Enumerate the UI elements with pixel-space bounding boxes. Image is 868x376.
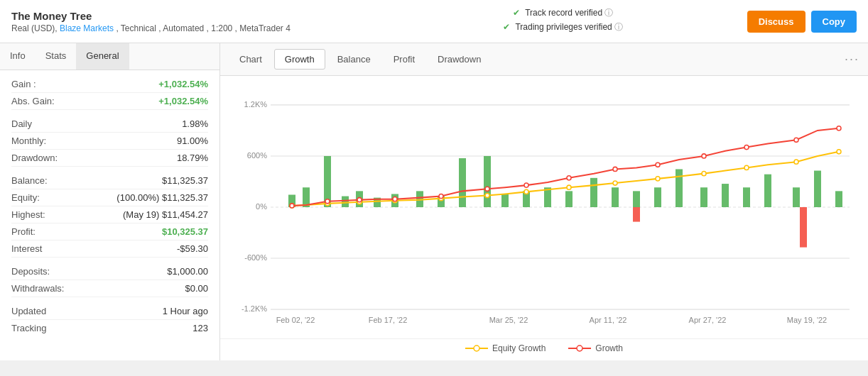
svg-point-58 — [837, 150, 841, 154]
svg-rect-39 — [764, 175, 771, 207]
stat-withdrawals: Withdrawals: $0.00 — [11, 280, 208, 297]
svg-rect-36 — [700, 187, 707, 207]
chart-legend: Equity Growth Growth — [220, 338, 868, 360]
discuss-button[interactable]: Discuss — [747, 11, 805, 33]
stat-tracking: Tracking 123 — [11, 320, 208, 336]
stats-table: Gain : +1,032.54% Abs. Gain: +1,032.54% … — [0, 70, 219, 342]
check-icon-1: ✔ — [513, 8, 520, 18]
svg-point-65 — [524, 183, 528, 187]
app-title: The Money Tree — [11, 10, 379, 22]
check-icon-2: ✔ — [503, 22, 510, 32]
svg-point-51 — [524, 189, 528, 194]
svg-point-71 — [794, 138, 798, 142]
svg-rect-37 — [722, 184, 729, 207]
svg-point-59 — [290, 204, 294, 208]
svg-text:Apr 11, '22: Apr 11, '22 — [590, 316, 627, 324]
svg-point-55 — [702, 172, 706, 176]
track-record-verified: ✔ Track record verified ⓘ — [379, 7, 747, 19]
svg-text:Feb 02, '22: Feb 02, '22 — [276, 316, 315, 324]
stat-highest: Highest: (May 19) $11,454.27 — [11, 206, 208, 223]
svg-point-67 — [613, 167, 617, 171]
svg-point-60 — [325, 199, 330, 204]
left-panel: Info Stats General Gain : +1,032.54% Abs… — [0, 43, 220, 360]
svg-point-50 — [485, 193, 489, 197]
header-left: The Money Tree Real (USD), Blaze Markets… — [11, 10, 379, 33]
stat-deposits: Deposits: $1,000.00 — [11, 263, 208, 280]
svg-rect-27 — [501, 194, 509, 207]
svg-point-74 — [474, 345, 479, 351]
main-content: Info Stats General Gain : +1,032.54% Abs… — [0, 43, 868, 360]
chart-more-button[interactable]: ··· — [845, 52, 859, 67]
svg-point-61 — [357, 198, 362, 202]
broker-link[interactable]: Blaze Markets — [60, 23, 114, 33]
svg-text:1.2K%: 1.2K% — [244, 100, 267, 109]
stat-gain: Gain : +1,032.54% — [11, 76, 208, 93]
svg-rect-38 — [743, 187, 750, 207]
svg-rect-35 — [676, 169, 683, 207]
chart-tab-chart[interactable]: Chart — [229, 49, 273, 70]
legend-growth: Growth — [568, 343, 623, 353]
svg-rect-40 — [793, 187, 800, 207]
svg-point-56 — [744, 165, 749, 170]
stat-equity: Equity: (100.00%) $11,325.37 — [11, 189, 208, 206]
chart-tab-balance[interactable]: Balance — [327, 49, 381, 70]
svg-point-69 — [702, 154, 706, 158]
svg-rect-33 — [633, 191, 640, 207]
legend-growth-icon — [568, 344, 591, 353]
stat-daily: Daily 1.98% — [11, 116, 208, 133]
svg-text:Feb 17, '22: Feb 17, '22 — [369, 316, 408, 324]
info-icon-2[interactable]: ⓘ — [614, 22, 623, 32]
svg-text:May 19, '22: May 19, '22 — [787, 316, 827, 324]
svg-point-64 — [485, 187, 489, 191]
header-subtitle: Real (USD), Blaze Markets , Technical , … — [11, 23, 379, 33]
svg-point-62 — [393, 197, 397, 201]
svg-point-76 — [577, 345, 582, 351]
chart-tabs-row: Chart Growth Balance Profit Drawdown ··· — [220, 43, 868, 76]
trading-privileges-verified: ✔ Trading privileges verified ⓘ — [379, 21, 747, 33]
stat-balance: Balance: $11,325.37 — [11, 172, 208, 189]
tab-stats[interactable]: Stats — [36, 43, 77, 70]
svg-text:Apr 27, '22: Apr 27, '22 — [689, 316, 727, 324]
svg-point-70 — [744, 145, 749, 150]
svg-point-68 — [656, 162, 660, 167]
chart-area: 1.2K% 600% 0% -600% -1.2K% Feb 02, '22 F… — [220, 76, 868, 338]
stat-updated: Updated 1 Hour ago — [11, 303, 208, 320]
info-icon-1[interactable]: ⓘ — [604, 8, 613, 18]
app-container: The Money Tree Real (USD), Blaze Markets… — [0, 0, 868, 360]
stat-abs-gain: Abs. Gain: +1,032.54% — [11, 93, 208, 110]
svg-text:Mar 25, '22: Mar 25, '22 — [489, 316, 528, 324]
svg-text:-600%: -600% — [244, 253, 267, 262]
stat-profit: Profit: $10,325.37 — [11, 223, 208, 240]
left-tabs: Info Stats General — [0, 43, 219, 70]
tab-general[interactable]: General — [76, 43, 129, 70]
header-actions: Discuss Copy — [747, 11, 857, 33]
legend-equity: Equity Growth — [465, 343, 546, 353]
svg-rect-31 — [590, 178, 597, 207]
verification-section: ✔ Track record verified ⓘ ✔ Trading priv… — [379, 7, 747, 35]
right-panel: Chart Growth Balance Profit Drawdown ··· — [220, 43, 868, 360]
svg-text:-1.2K%: -1.2K% — [242, 304, 267, 313]
svg-rect-25 — [459, 158, 466, 207]
chart-tab-growth[interactable]: Growth — [274, 49, 325, 70]
svg-point-54 — [656, 177, 660, 181]
svg-point-52 — [567, 185, 571, 189]
svg-text:600%: 600% — [247, 151, 267, 160]
svg-point-53 — [613, 181, 617, 185]
svg-point-72 — [837, 126, 841, 131]
stat-interest: Interest -$59.30 — [11, 240, 208, 258]
svg-rect-32 — [612, 187, 619, 207]
svg-point-57 — [794, 160, 798, 164]
chart-tab-drawdown[interactable]: Drawdown — [427, 49, 492, 70]
svg-rect-43 — [633, 207, 640, 222]
svg-point-63 — [439, 194, 443, 198]
svg-rect-30 — [565, 191, 573, 207]
svg-rect-34 — [654, 187, 661, 207]
header: The Money Tree Real (USD), Blaze Markets… — [0, 0, 868, 43]
copy-button[interactable]: Copy — [811, 11, 857, 33]
svg-point-66 — [567, 176, 571, 180]
tab-info[interactable]: Info — [0, 43, 36, 70]
svg-rect-44 — [800, 207, 807, 248]
chart-tab-profit[interactable]: Profit — [383, 49, 425, 70]
stat-drawdown: Drawdown: 18.79% — [11, 150, 208, 167]
stat-monthly: Monthly: 91.00% — [11, 133, 208, 150]
